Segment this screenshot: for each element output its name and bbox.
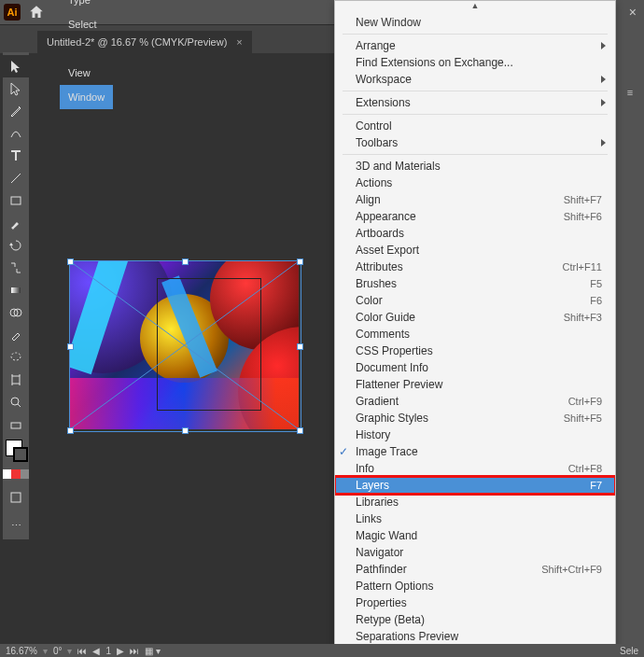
- menu-item-retype-beta-[interactable]: Retype (Beta): [335, 611, 615, 628]
- pen-tool[interactable]: [3, 100, 29, 122]
- menu-item-actions[interactable]: Actions: [335, 175, 615, 191]
- status-text: Sele: [620, 646, 638, 656]
- svg-rect-7: [11, 423, 21, 428]
- menu-item-workspace[interactable]: Workspace: [335, 71, 615, 88]
- page-number[interactable]: 1: [105, 646, 111, 656]
- svg-rect-1: [11, 287, 21, 293]
- menu-item-history[interactable]: History: [335, 426, 615, 443]
- svg-point-4: [11, 353, 21, 360]
- artboard-nav-icon[interactable]: ▦ ▾: [145, 646, 161, 656]
- right-panel-dock: ≡: [616, 24, 644, 657]
- eyedropper-tool[interactable]: [3, 324, 29, 346]
- menu-item-properties[interactable]: Properties: [335, 594, 615, 611]
- menu-item-extensions[interactable]: Extensions: [335, 94, 615, 111]
- menu-item-color[interactable]: ColorF6: [335, 292, 615, 309]
- menu-separator: [343, 154, 608, 155]
- menu-item-find-extensions-on-exchange-[interactable]: Find Extensions on Exchange...: [335, 54, 615, 71]
- type-tool[interactable]: [3, 145, 29, 167]
- menu-item-css-properties[interactable]: CSS Properties: [335, 342, 615, 359]
- menu-item-new-window[interactable]: New Window: [335, 14, 615, 31]
- menu-item-info[interactable]: InfoCtrl+F8: [335, 460, 615, 477]
- menu-separator: [343, 34, 608, 35]
- menu-separator: [343, 114, 608, 115]
- menu-item-graphic-styles[interactable]: Graphic StylesShift+F5: [335, 410, 615, 426]
- menu-view[interactable]: View: [60, 61, 113, 85]
- next-page-icon[interactable]: ▶: [117, 646, 124, 656]
- stroke-swatch[interactable]: [13, 447, 28, 462]
- menu-item-attributes[interactable]: AttributesCtrl+F11: [335, 259, 615, 275]
- artboard-tool[interactable]: [3, 369, 29, 391]
- curvature-tool[interactable]: [3, 122, 29, 145]
- menu-item-gradient[interactable]: GradientCtrl+F9: [335, 393, 615, 410]
- menu-item-separations-preview[interactable]: Separations Preview: [335, 628, 615, 645]
- zoom-level[interactable]: 16.67%: [6, 646, 37, 656]
- rotate-tool[interactable]: [3, 234, 29, 257]
- direct-selection-tool[interactable]: [3, 77, 29, 100]
- slice-tool[interactable]: [3, 413, 29, 436]
- menu-item-3d-and-materials[interactable]: 3D and Materials: [335, 158, 615, 175]
- menu-item-control[interactable]: Control: [335, 118, 615, 134]
- gradient-tool[interactable]: [3, 279, 29, 301]
- scale-tool[interactable]: [3, 257, 29, 279]
- menu-item-toolbars[interactable]: Toolbars: [335, 134, 615, 151]
- brush-tool[interactable]: [3, 212, 29, 234]
- menu-item-navigator[interactable]: Navigator: [335, 544, 615, 561]
- menu-type[interactable]: Type: [60, 0, 113, 12]
- menu-item-pathfinder[interactable]: PathfinderShift+Ctrl+F9: [335, 561, 615, 578]
- tools-panel: ⋯: [3, 52, 29, 539]
- svg-rect-0: [11, 197, 21, 204]
- zoom-tool[interactable]: [3, 391, 29, 413]
- menu-separator: [343, 91, 608, 91]
- home-icon[interactable]: [28, 4, 45, 21]
- edit-toolbar-icon[interactable]: ⋯: [3, 514, 29, 537]
- draw-mode-icon[interactable]: [3, 486, 29, 509]
- menu-item-arrange[interactable]: Arrange: [335, 37, 615, 54]
- menu-item-layers[interactable]: LayersF7: [335, 477, 615, 494]
- fill-stroke-swatch[interactable]: [3, 440, 29, 468]
- lasso-tool[interactable]: [3, 346, 29, 369]
- selection-tool[interactable]: [3, 55, 29, 77]
- menu-window[interactable]: Window: [60, 85, 113, 109]
- menu-item-asset-export[interactable]: Asset Export: [335, 242, 615, 259]
- menu-item-align[interactable]: AlignShift+F7: [335, 191, 615, 208]
- menu-item-comments[interactable]: Comments: [335, 326, 615, 342]
- crop-box: [157, 278, 261, 411]
- app-logo: Ai: [4, 4, 21, 21]
- menu-item-libraries[interactable]: Libraries: [335, 494, 615, 510]
- menu-item-brushes[interactable]: BrushesF5: [335, 275, 615, 292]
- rotate-view[interactable]: 0°: [53, 646, 63, 656]
- window-menu-dropdown: ▲ New WindowArrangeFind Extensions on Ex…: [334, 0, 616, 657]
- window-close-icon[interactable]: ×: [629, 5, 637, 20]
- menu-scroll-up-icon[interactable]: ▲: [335, 1, 615, 14]
- line-tool[interactable]: [3, 167, 29, 189]
- menu-item-appearance[interactable]: AppearanceShift+F6: [335, 208, 615, 225]
- color-mode-row[interactable]: [3, 469, 29, 481]
- last-page-icon[interactable]: ⏭: [130, 646, 139, 656]
- first-page-icon[interactable]: ⏮: [77, 646, 87, 656]
- status-bar: 16.67%▾ 0°▾ ⏮ ◀ 1 ▶ ⏭ ▦ ▾ Sele: [0, 644, 644, 657]
- menu-item-artboards[interactable]: Artboards: [335, 225, 615, 242]
- menu-item-links[interactable]: Links: [335, 510, 615, 527]
- document-tab[interactable]: Untitled-2* @ 16.67 % (CMYK/Preview) ×: [37, 31, 252, 53]
- panel-menu-icon[interactable]: ≡: [616, 80, 644, 105]
- document-tab-title: Untitled-2* @ 16.67 % (CMYK/Preview): [47, 36, 227, 48]
- menu-item-image-trace[interactable]: ✓Image Trace: [335, 443, 615, 460]
- prev-page-icon[interactable]: ◀: [92, 646, 100, 656]
- shape-builder-tool[interactable]: [3, 301, 29, 324]
- menu-item-flattener-preview[interactable]: Flattener Preview: [335, 376, 615, 393]
- rectangle-tool[interactable]: [3, 189, 29, 212]
- menu-item-document-info[interactable]: Document Info: [335, 359, 615, 376]
- svg-rect-8: [11, 493, 21, 502]
- menu-item-pattern-options[interactable]: Pattern Options: [335, 578, 615, 594]
- svg-rect-5: [12, 376, 20, 384]
- menu-item-magic-wand[interactable]: Magic Wand: [335, 527, 615, 544]
- menu-item-color-guide[interactable]: Color GuideShift+F3: [335, 309, 615, 326]
- svg-point-6: [11, 398, 19, 405]
- close-tab-icon[interactable]: ×: [236, 36, 242, 48]
